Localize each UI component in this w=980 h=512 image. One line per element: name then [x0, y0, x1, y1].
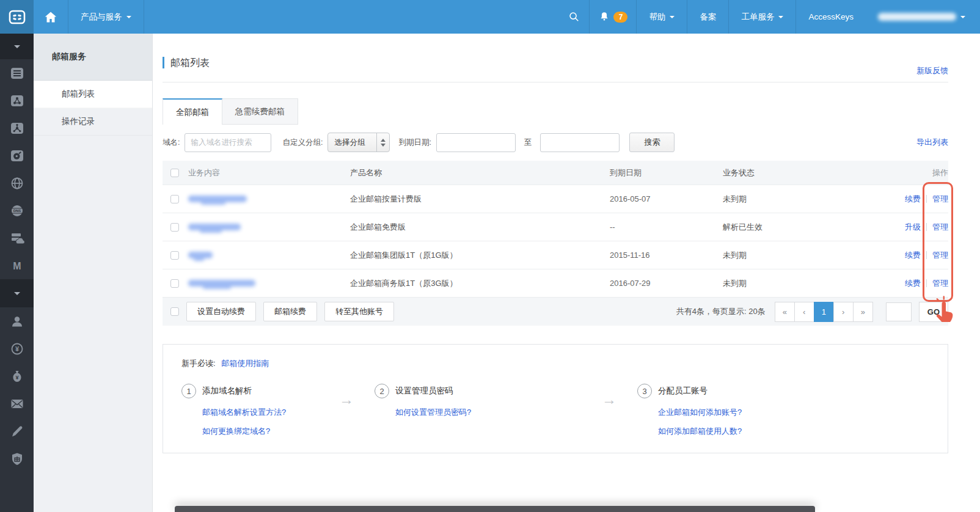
sidebar-item-funds[interactable]: ¥: [0, 362, 34, 390]
pagination-next-button[interactable]: ›: [833, 302, 854, 322]
svg-text:¥: ¥: [15, 345, 19, 353]
table-row: 企业邮箱按量计费版 2016-05-07 未到期 续费 管理: [163, 185, 948, 213]
manage-link[interactable]: 管理: [932, 250, 948, 261]
home-button[interactable]: [34, 0, 68, 34]
sidebar-item-globe[interactable]: [0, 169, 34, 197]
sidebar-item-user[interactable]: [0, 307, 34, 335]
guide-link-admin-password[interactable]: 如何设置管理员密码?: [395, 407, 602, 418]
product-name: 企业邮箱商务版1T（原3G版）: [350, 278, 610, 289]
page-header: 邮箱列表 新版反馈: [163, 47, 948, 82]
svg-text:DNS: DNS: [13, 209, 21, 213]
tab-renewal-needed[interactable]: 急需续费邮箱: [222, 98, 298, 125]
go-button[interactable]: GO: [919, 302, 948, 322]
search-button[interactable]: [559, 0, 589, 34]
guide-link-change-domain[interactable]: 如何更换绑定域名?: [202, 426, 339, 437]
mail-usage-guide-link[interactable]: 邮箱使用指南: [221, 359, 269, 368]
rail-collapse-toggle-2[interactable]: [0, 279, 34, 307]
sidebar-item-security[interactable]: [0, 445, 34, 472]
rail-collapse-toggle[interactable]: [0, 34, 34, 59]
expire-date-filter-label: 到期日期:: [398, 137, 431, 148]
manage-link[interactable]: 管理: [932, 194, 948, 205]
mail-service-sidebar: 邮箱服务 邮箱列表 操作记录: [34, 34, 153, 512]
row-checkbox[interactable]: [170, 279, 179, 288]
sidebar-item-billing[interactable]: ¥: [0, 335, 34, 362]
upgrade-link[interactable]: 升级: [905, 222, 921, 233]
table-header-row: 业务内容 产品名称 到期日期 业务状态 操作: [163, 161, 948, 185]
sidebar-item-m-product[interactable]: M: [0, 252, 34, 279]
select-all-checkbox[interactable]: [170, 169, 179, 177]
expire-date-to-input[interactable]: [540, 133, 620, 152]
divider: [926, 195, 927, 203]
sidebar-item-mail[interactable]: [0, 390, 34, 417]
step-title: 设置管理员密码: [395, 386, 453, 397]
transfer-account-button[interactable]: 转至其他账号: [324, 302, 394, 321]
product-icon-rail: DNS M ¥ ¥: [0, 34, 34, 512]
expire-date-from-input[interactable]: [436, 133, 516, 152]
date-range-to-label: 至: [524, 137, 532, 148]
pagination-last-button[interactable]: »: [853, 302, 873, 322]
m-product-icon: M: [10, 258, 24, 273]
sidebar-item-operation-log[interactable]: 操作记录: [34, 108, 152, 136]
footer-select-all-checkbox[interactable]: [170, 307, 179, 316]
manage-link[interactable]: 管理: [932, 278, 948, 289]
product-name: 企业邮箱按量计费版: [350, 194, 610, 205]
page-number-input[interactable]: [886, 302, 912, 321]
sidebar-item-edit[interactable]: [0, 417, 34, 445]
renew-link[interactable]: 续费: [905, 278, 921, 289]
step-title: 分配员工账号: [658, 386, 708, 397]
aliyun-logo[interactable]: [0, 0, 34, 34]
notifications-button[interactable]: 7: [590, 0, 636, 34]
table-row: 企业邮箱商务版1T（原3G版） 2016-07-29 未到期 续费 管理: [163, 269, 948, 297]
expire-date: 2016-07-29: [610, 279, 723, 288]
beian-link[interactable]: 备案: [687, 0, 728, 34]
tab-all-mailboxes[interactable]: 全部邮箱: [163, 98, 222, 125]
renew-link[interactable]: 续费: [905, 250, 921, 261]
guide-step-3: 3 分配员工账号 企业邮箱如何添加账号? 如何添加邮箱使用人数?: [637, 384, 742, 437]
chevron-down-icon: [14, 292, 20, 298]
help-menu[interactable]: 帮助: [637, 0, 687, 34]
pagination-prev-button[interactable]: ‹: [794, 302, 814, 322]
work-order-menu[interactable]: 工单服务: [729, 0, 795, 34]
guide-link-add-account[interactable]: 企业邮箱如何添加账号?: [658, 407, 742, 418]
accesskeys-link[interactable]: AccessKeys: [796, 0, 866, 34]
manage-link[interactable]: 管理: [932, 222, 948, 233]
page-title: 邮箱列表: [163, 57, 210, 68]
svg-text:M: M: [13, 260, 21, 271]
search-button[interactable]: 搜索: [629, 133, 675, 152]
sidebar-item-dns[interactable]: DNS: [0, 197, 34, 224]
divider: [144, 0, 144, 34]
row-checkbox[interactable]: [170, 195, 179, 203]
guide-link-add-users[interactable]: 如何添加邮箱使用人数?: [658, 426, 742, 437]
domain-filter-label: 域名:: [163, 137, 180, 148]
domain-search-input[interactable]: [185, 133, 271, 152]
row-checkbox[interactable]: [170, 251, 179, 260]
sidebar-item-disk[interactable]: [0, 142, 34, 169]
globe-icon: [10, 176, 24, 191]
pagination-page-1-button[interactable]: 1: [814, 302, 834, 322]
sidebar-item-load-balancer[interactable]: [0, 87, 34, 114]
status-text: 未到期: [723, 278, 857, 289]
group-select[interactable]: 选择分组: [327, 133, 390, 152]
new-version-feedback-link[interactable]: 新版反馈: [916, 65, 948, 76]
beian-label: 备案: [700, 12, 716, 23]
sidebar-item-server-list[interactable]: [0, 59, 34, 87]
export-list-link[interactable]: 导出列表: [916, 137, 948, 148]
sidebar-item-share-nodes[interactable]: [0, 114, 34, 142]
shield-icon: [10, 452, 24, 466]
sidebar-item-storage-cloud[interactable]: [0, 224, 34, 252]
mailbox-renew-button[interactable]: 邮箱续费: [263, 302, 317, 321]
auto-renew-button[interactable]: 设置自动续费: [186, 302, 256, 321]
load-balancer-icon: [10, 93, 24, 108]
guide-link-dns-setup[interactable]: 邮箱域名解析设置方法?: [202, 407, 339, 418]
sidebar-item-mail-list[interactable]: 邮箱列表: [34, 81, 152, 108]
row-checkbox[interactable]: [170, 223, 179, 232]
expire-date: 2016-05-07: [610, 194, 723, 203]
products-services-menu[interactable]: 产品与服务: [68, 0, 144, 34]
beginner-guide-panel: 新手必读: 邮箱使用指南 1 添加域名解析 邮箱域名解析设置方法? 如何更换绑定…: [163, 344, 948, 453]
sidebar-item-label: 操作记录: [62, 116, 95, 127]
status-text: 解析已生效: [723, 222, 857, 233]
pagination-first-button[interactable]: «: [775, 302, 795, 322]
cloud-logo-icon: [8, 8, 26, 26]
account-menu[interactable]: [866, 0, 980, 34]
renew-link[interactable]: 续费: [905, 194, 921, 205]
